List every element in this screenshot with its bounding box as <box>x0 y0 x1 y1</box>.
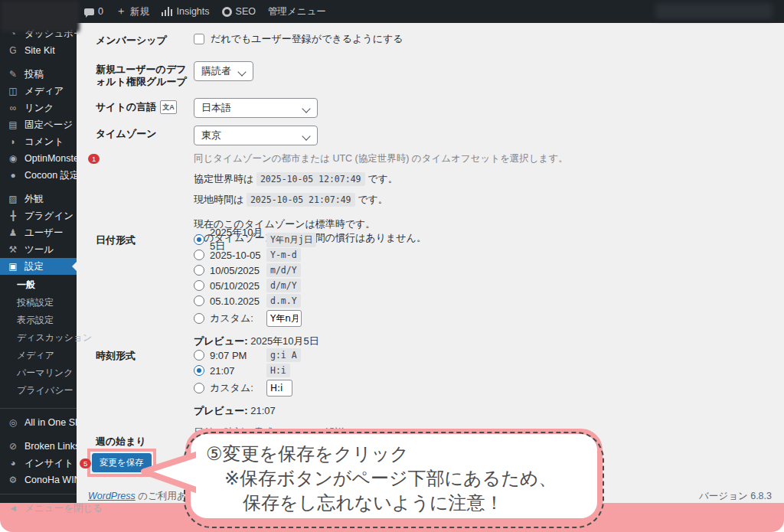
optinmonster-icon: ◉ <box>8 153 18 164</box>
sidebar-item-label: 投稿 <box>24 69 44 80</box>
sidebar-item-site-kit[interactable]: G Site Kit <box>0 42 77 59</box>
sidebar-item-label: 外観 <box>24 194 44 204</box>
site-kit-icon: G <box>8 45 18 56</box>
date-format-custom-input[interactable] <box>266 310 302 327</box>
users-icon: ♟ <box>8 227 18 238</box>
wordpress-admin-screenshot: 0 ＋ 新規 Insights SEO 管理メニュー ◔ ダッシュボード <box>0 0 784 532</box>
submenu-item-privacy[interactable]: プライバシー <box>0 382 77 400</box>
submenu-item-reading[interactable]: 表示設定 <box>0 312 77 329</box>
sidebar-item-cocoon-settings[interactable]: ● Cocoon 設定 <box>0 167 77 184</box>
date-format-radio[interactable] <box>194 265 204 276</box>
timezone-value: 東京 <box>201 129 221 142</box>
date-format-radio[interactable] <box>194 313 204 324</box>
time-format-radio[interactable] <box>194 365 204 376</box>
date-format-radio[interactable] <box>194 280 204 291</box>
submenu-item-discussion[interactable]: ディスカッション <box>0 329 77 347</box>
sidebar-item-broken-links[interactable]: ⊘ Broken Links <box>0 438 77 455</box>
site-language-value: 日本語 <box>201 101 231 115</box>
sidebar-item-conoha-wing[interactable]: ⚙ ConoHa WING <box>0 472 77 488</box>
bar-chart-icon <box>162 7 173 16</box>
week-start-label: 週の始まり <box>96 433 194 448</box>
membership-row: メンバーシップ だれでもユーザー登録ができるようにする <box>96 32 403 47</box>
time-format-custom-option: カスタム: <box>194 378 354 398</box>
callout-line-3: 保存をし忘れないように注意！ <box>206 491 590 515</box>
callout-line-2: ※保存ボタンがページ下部にあるため、 <box>206 466 590 491</box>
settings-icon: ▣ <box>8 261 18 272</box>
translation-icon: 文A <box>160 100 177 114</box>
broken-link-icon: ⊘ <box>8 441 18 452</box>
seo-admin-bar-item[interactable]: SEO <box>222 6 256 17</box>
date-format-custom-option: カスタム: <box>194 308 319 328</box>
format-code: d/m/Y <box>266 279 301 292</box>
wordpress-footer-link[interactable]: WordPress <box>88 491 136 501</box>
time-format-custom-input[interactable] <box>266 380 292 397</box>
default-role-select[interactable]: 購読者 <box>194 61 253 81</box>
date-format-radio[interactable] <box>194 250 204 260</box>
sidebar-item-all-in-one-seo[interactable]: ◎ All in One SEO <box>0 414 77 431</box>
sidebar-item-label: Broken Links <box>24 441 80 452</box>
sidebar-item-label: インサイト <box>24 458 74 468</box>
membership-label: メンバーシップ <box>96 32 194 47</box>
comments-admin-bar-item[interactable]: 0 <box>84 6 103 17</box>
gear-icon <box>222 7 232 17</box>
redacted-site-name <box>1 1 80 32</box>
format-code: H:i <box>266 364 290 377</box>
submenu-item-media[interactable]: メディア <box>0 347 77 364</box>
date-format-radio[interactable] <box>194 295 204 306</box>
sidebar-item-comments[interactable]: ◗ コメント <box>0 133 77 150</box>
sidebar-item-users[interactable]: ♟ ユーザー <box>0 224 77 241</box>
submenu-item-permalinks[interactable]: パーマリンク <box>0 364 77 382</box>
callout-tail <box>141 451 196 494</box>
comments-icon: ◗ <box>8 136 18 147</box>
plugin-icon: ╋ <box>8 211 18 221</box>
sidebar-item-insights[interactable]: ◕ インサイト 5 <box>0 455 77 472</box>
date-format-option: 10/05/2025 m/d/Y <box>194 263 319 278</box>
sidebar-item-label: ユーザー <box>24 227 64 238</box>
default-role-label: 新規ユーザーのデフォルト権限グループ <box>96 61 194 88</box>
week-start-row: 週の始まり <box>96 433 194 448</box>
utc-time-value: 2025-10-05 12:07:49 <box>256 172 365 186</box>
format-code: d.m.Y <box>266 294 301 308</box>
sidebar-item-media[interactable]: ◫ メディア <box>0 83 77 100</box>
sidebar-item-plugins[interactable]: ╋ プラグイン <box>0 207 77 224</box>
date-format-option: 05.10.2025 d.m.Y <box>194 293 319 308</box>
time-format-radio[interactable] <box>194 350 204 361</box>
site-language-row: サイトの言語文A 日本語 <box>96 98 318 118</box>
default-role-value: 購読者 <box>201 64 231 78</box>
gear-icon: ⚙ <box>8 475 18 485</box>
sidebar-item-label: メディア <box>24 86 64 96</box>
sidebar-item-posts[interactable]: ✎ 投稿 <box>0 66 77 83</box>
date-format-radio[interactable] <box>194 234 204 245</box>
timezone-select[interactable]: 東京 <box>194 126 318 145</box>
time-format-preview: プレビュー: 21:07 <box>194 404 354 418</box>
utc-time-line: 協定世界時は 2025-10-05 12:07:49 です。 <box>194 172 568 186</box>
media-icon: ◫ <box>8 86 18 96</box>
membership-checkbox[interactable] <box>194 34 204 44</box>
time-format-radio[interactable] <box>194 383 204 393</box>
sidebar-item-links[interactable]: ∞ リンク <box>0 100 77 116</box>
sidebar-item-appearance[interactable]: ▨ 外観 <box>0 191 77 207</box>
new-label: 新規 <box>130 5 149 18</box>
submenu-item-writing[interactable]: 投稿設定 <box>0 294 77 312</box>
seo-label: SEO <box>236 6 256 17</box>
site-language-select[interactable]: 日本語 <box>194 98 318 118</box>
submenu-item-general[interactable]: 一般 <box>0 276 77 294</box>
date-format-option: 2025年10月5日 Y年n月j日 <box>194 232 319 247</box>
insights-admin-bar-item[interactable]: Insights <box>162 6 210 17</box>
link-icon: ∞ <box>8 103 18 113</box>
sidebar-item-pages[interactable]: ▤ 固定ページ <box>0 116 77 133</box>
timezone-row: タイムゾーン 東京 同じタイムゾーンの都市または UTC (協定世界時) のタイ… <box>96 126 568 245</box>
sidebar-item-tools[interactable]: ⚒ ツール <box>0 241 77 258</box>
sidebar-item-optinmonster[interactable]: ◉ OptinMonster 1 <box>0 150 77 167</box>
site-language-label: サイトの言語文A <box>96 98 194 118</box>
new-content-button[interactable]: ＋ 新規 <box>116 5 149 18</box>
sidebar-item-label: リンク <box>24 103 54 113</box>
date-format-preview: プレビュー: 2025年10月5日 <box>194 335 319 348</box>
admin-menu-item[interactable]: 管理メニュー <box>268 5 326 18</box>
sidebar-item-label: プラグイン <box>24 211 74 221</box>
settings-submenu: 一般 投稿設定 表示設定 ディスカッション メディア パーマリンク プライバシー <box>0 275 77 403</box>
sidebar-item-label: Site Kit <box>24 45 55 56</box>
sidebar-item-settings[interactable]: ▣ 設定 <box>0 258 77 275</box>
sidebar-item-label: ConoHa WING <box>24 475 88 485</box>
collapse-menu-button[interactable]: ◄ メニューを閉じる <box>0 500 77 517</box>
